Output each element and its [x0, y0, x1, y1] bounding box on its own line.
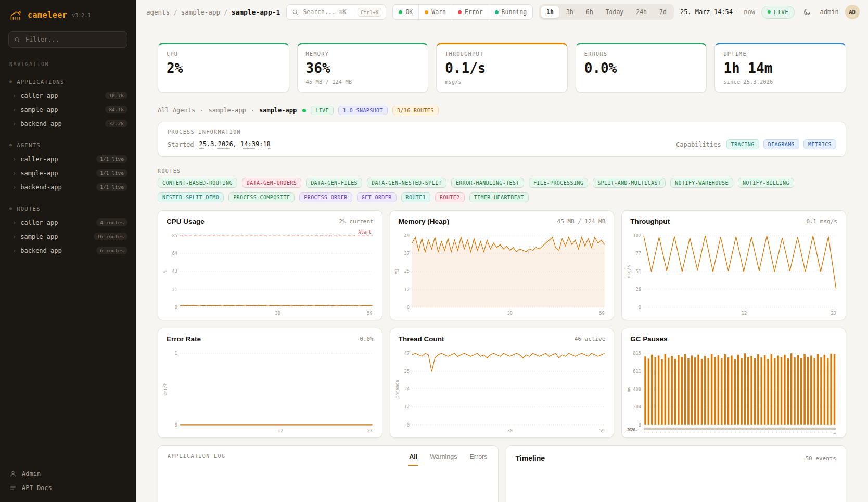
breadcrumb-agents[interactable]: agents	[146, 8, 170, 16]
sidebar-item-routes-caller-app[interactable]: ›caller-app4 routes	[0, 215, 136, 229]
svg-text:12: 12	[404, 287, 409, 292]
stat-label: CPU	[167, 51, 280, 57]
sidebar-item-applications-caller-app[interactable]: ›caller-app10.7k	[0, 88, 136, 102]
search-icon	[292, 9, 299, 16]
topbar: agents/sample-app/sample-app-1 Search...…	[136, 0, 868, 24]
date-separator: –	[736, 8, 740, 16]
status-filter-error[interactable]: Error	[452, 5, 489, 19]
chart-title: GC Pauses	[630, 335, 667, 343]
status-filter-warn[interactable]: Warn	[418, 5, 452, 19]
chart-plot-cpu-usage: 021436485%3059Alert	[158, 226, 382, 320]
sidebar-group-header-agents[interactable]: ●AGENTS	[0, 142, 136, 152]
sidebar-item-agents-sample-app[interactable]: ›sample-app1/1 live	[0, 166, 136, 180]
footer-item-admin[interactable]: Admin	[9, 470, 126, 478]
footer-item-label: Admin	[22, 470, 41, 478]
route-badge-error-handling-test[interactable]: ERROR-HANDLING-TEST	[451, 178, 524, 188]
stat-value: 2%	[167, 60, 280, 76]
sidebar-group-header-routes[interactable]: ●ROUTES	[0, 205, 136, 215]
breadcrumb-sample-app-1[interactable]: sample-app-1	[231, 8, 280, 16]
svg-text:85: 85	[172, 233, 177, 238]
route-badge-data-gen-nested-split[interactable]: DATA-GEN-NESTED-SPLIT	[367, 178, 446, 188]
sidebar-item-agents-backend-app[interactable]: ›backend-app1/1 live	[0, 180, 136, 194]
route-badge-process-order[interactable]: PROCESS-ORDER	[299, 192, 352, 202]
agent-crumb-all-agents[interactable]: All Agents	[158, 107, 195, 114]
route-badge-file-processing[interactable]: FILE-PROCESSING	[529, 178, 588, 188]
theme-toggle-button[interactable]	[801, 6, 813, 18]
route-badge-data-gen-files[interactable]: DATA-GEN-FILES	[306, 178, 362, 188]
svg-text:0: 0	[175, 305, 177, 310]
log-tab-all[interactable]: All	[408, 453, 418, 466]
time-range-today[interactable]: Today	[600, 6, 630, 18]
process-info-title: PROCESS INFORMATION	[168, 129, 836, 135]
user-avatar[interactable]: AD	[845, 5, 860, 19]
chart-card-error-rate: Error Rate0.0%01err/h1223	[158, 328, 382, 438]
time-range-7d[interactable]: 7d	[654, 6, 672, 18]
footer-item-api-docs[interactable]: API Docs	[9, 484, 126, 492]
route-badge-get-order[interactable]: GET-ORDER	[357, 192, 397, 202]
log-tab-errors[interactable]: Errors	[468, 453, 488, 466]
filter-input[interactable]	[24, 35, 122, 44]
time-range-3h[interactable]: 3h	[560, 6, 579, 18]
svg-text:35: 35	[404, 369, 409, 374]
sidebar-group-label: AGENTS	[17, 142, 41, 148]
sidebar-item-applications-sample-app[interactable]: ›sample-app84.1k	[0, 102, 136, 117]
svg-text:47: 47	[404, 351, 409, 356]
route-badge-data-gen-orders[interactable]: DATA-GEN-ORDERS	[242, 178, 301, 188]
sidebar-item-routes-sample-app[interactable]: ›sample-app16 routes	[0, 229, 136, 243]
time-range-24h[interactable]: 24h	[630, 6, 653, 18]
timeline-events-badge: 50 events	[805, 455, 836, 462]
sidebar-group-header-applications[interactable]: ●APPLICATIONS	[0, 79, 136, 88]
routes-title: ROUTES	[158, 168, 846, 174]
route-badge-route2[interactable]: ROUTE2	[435, 192, 465, 202]
date-now-label: now	[744, 8, 755, 16]
sidebar-filter[interactable]	[8, 31, 127, 48]
live-dot-icon	[768, 10, 771, 14]
route-badge-notify-warehouse[interactable]: NOTIFY-WAREHOUSE	[670, 178, 733, 188]
sidebar-item-applications-backend-app[interactable]: ›backend-app32.2k	[0, 117, 136, 131]
svg-text:26: 26	[636, 287, 641, 292]
agent-crumb-sample-app[interactable]: sample-app	[208, 107, 246, 114]
camel-logo-icon	[9, 9, 23, 21]
route-badge-notify-billing[interactable]: NOTIFY-BILLING	[738, 178, 794, 188]
time-range-1h[interactable]: 1h	[541, 6, 559, 18]
status-filter-ok[interactable]: OK	[393, 5, 418, 19]
global-search[interactable]: Search... ⌘K Ctrl+K	[286, 4, 386, 20]
sidebar-item-count-badge: 16 routes	[94, 233, 127, 240]
stat-value: 36%	[306, 60, 420, 76]
log-tab-warnings[interactable]: Warnings	[429, 453, 458, 466]
svg-text:204: 204	[633, 404, 641, 409]
agent-crumb-sample-app[interactable]: sample-app	[259, 107, 297, 114]
route-badge-route1[interactable]: ROUTE1	[401, 192, 431, 202]
svg-text:0: 0	[406, 305, 409, 310]
chevron-right-icon: ›	[12, 184, 16, 191]
chart-title: Thread Count	[399, 335, 444, 343]
route-badge-nested-split-demo[interactable]: NESTED-SPLIT-DEMO	[158, 192, 224, 202]
route-badge-content-based-routing[interactable]: CONTENT-BASED-ROUTING	[158, 178, 237, 188]
date-range-picker[interactable]: 25. März 14:54 – now	[680, 8, 755, 16]
routes-section: ROUTES CONTENT-BASED-ROUTINGDATA-GEN-ORD…	[158, 168, 846, 202]
svg-text:%: %	[162, 270, 168, 273]
log-tabs: AllWarningsErrors	[408, 453, 488, 466]
route-badge-timer-heartbeat[interactable]: TIMER-HEARTBEAT	[469, 192, 529, 202]
status-filter-running[interactable]: Running	[489, 5, 532, 19]
sidebar-item-agents-caller-app[interactable]: ›caller-app1/1 live	[0, 152, 136, 166]
chart-plot-throughput: 0265177102msg/s1223	[622, 226, 846, 320]
stat-value: 1h 14m	[723, 60, 837, 76]
live-badge[interactable]: LIVE	[761, 6, 795, 19]
breadcrumb-separator: /	[224, 8, 228, 16]
svg-text:MB: MB	[394, 269, 400, 274]
sidebar-item-routes-backend-app[interactable]: ›backend-app6 routes	[0, 243, 136, 258]
route-badge-process-composite[interactable]: PROCESS-COMPOSITE	[228, 192, 295, 202]
app-name: cameleer	[28, 10, 67, 20]
breadcrumb-sample-app[interactable]: sample-app	[181, 8, 220, 16]
started-value: 25.3.2026, 14:39:18	[199, 140, 271, 149]
route-badge-split-and-multicast[interactable]: SPLIT-AND-MULTICAST	[593, 178, 666, 188]
route-badges: CONTENT-BASED-ROUTINGDATA-GEN-ORDERSDATA…	[158, 178, 846, 202]
svg-text:43: 43	[172, 268, 177, 274]
sidebar-item-label: sample-app	[20, 233, 89, 240]
time-range-6h[interactable]: 6h	[580, 6, 599, 18]
sidebar-item-label: caller-app	[20, 156, 92, 163]
svg-text:59: 59	[367, 311, 372, 316]
app-logo[interactable]: cameleer v3.2.1	[0, 0, 136, 27]
sidebar-item-count-badge: 1/1 live	[96, 183, 127, 191]
